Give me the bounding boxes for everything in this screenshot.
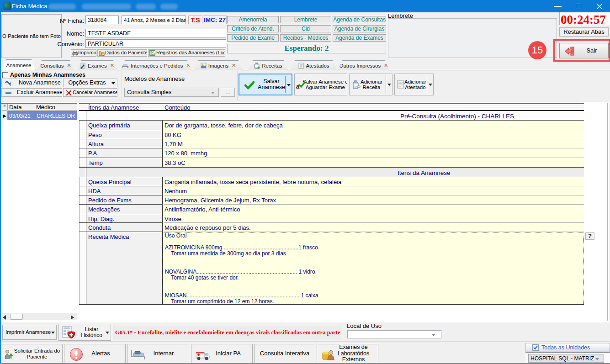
- svg-text:a: a: [296, 83, 300, 90]
